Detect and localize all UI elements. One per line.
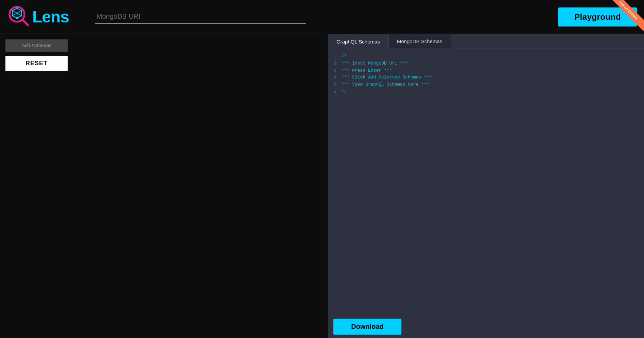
logo-text: Lens	[32, 7, 69, 26]
code-line: 3*** Press Enter ***	[331, 67, 640, 74]
line-number: 1	[331, 53, 336, 60]
add-schema-button[interactable]: Add Schemas	[5, 39, 68, 52]
github-ribbon: See on GitHub	[610, 0, 644, 34]
code-line: 5*** View GraphQL Schemas Here ***	[331, 81, 640, 88]
github-ribbon-link[interactable]: See on GitHub	[610, 0, 644, 31]
center-area	[73, 34, 328, 338]
mongodb-uri-input[interactable]	[95, 10, 306, 24]
line-number: 2	[331, 60, 336, 67]
code-line: 4*** Click Add Selected Schemas ***	[331, 74, 640, 81]
svg-line-11	[23, 20, 28, 25]
tab-mongodb-schemas[interactable]: MongoDB Schemas	[388, 34, 451, 49]
uri-input-area	[82, 10, 558, 24]
line-content: *** Click Add Selected Schemas ***	[342, 74, 432, 81]
code-area: 1/*2*** Input MongoDB Uri ***3*** Press …	[328, 49, 644, 315]
sidebar: Add Schemas RESET	[0, 34, 73, 338]
logo-icon	[7, 4, 32, 30]
download-button[interactable]: Download	[333, 319, 401, 335]
code-line: 2*** Input MongoDB Uri ***	[331, 60, 640, 67]
reset-button[interactable]: RESET	[5, 56, 68, 71]
line-content: /*	[342, 53, 347, 60]
line-number: 5	[331, 81, 336, 88]
header: Lens Playground	[0, 0, 644, 34]
line-number: 4	[331, 74, 336, 81]
schema-panel: GraphQL Schemas MongoDB Schemas 1/*2*** …	[328, 34, 644, 338]
code-line: 6*/	[331, 88, 640, 95]
line-content: *** Input MongoDB Uri ***	[342, 60, 408, 67]
tab-graphql-schemas[interactable]: GraphQL Schemas	[328, 34, 388, 49]
line-number: 6	[331, 88, 336, 95]
line-content: *** Press Enter ***	[342, 67, 392, 74]
line-content: *** View GraphQL Schemas Here ***	[342, 81, 429, 88]
line-content: */	[342, 88, 347, 95]
main-content: GraphQL Schemas MongoDB Schemas 1/*2*** …	[73, 34, 644, 338]
download-area: Download	[328, 315, 644, 338]
line-number: 3	[331, 67, 336, 74]
code-line: 1/*	[331, 53, 640, 60]
tabs-container: GraphQL Schemas MongoDB Schemas	[328, 34, 644, 49]
logo-area: Lens	[7, 4, 82, 30]
